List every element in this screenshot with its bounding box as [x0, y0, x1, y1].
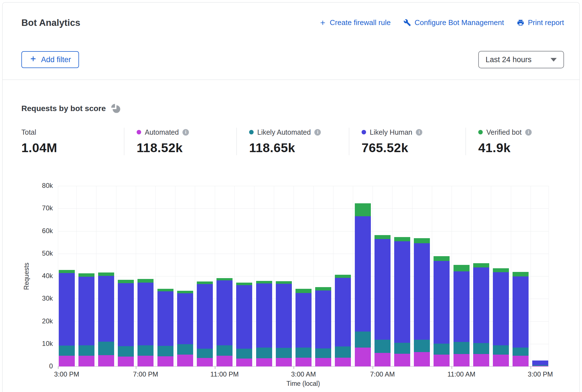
bar-segment-verified-bot — [236, 283, 252, 285]
bar-segment-automated — [434, 355, 450, 367]
bar-3-00-pm[interactable] — [532, 361, 548, 366]
bar-segment-likely-human — [434, 261, 450, 344]
info-icon[interactable]: i — [182, 129, 189, 136]
bar-segment-likely-automated — [493, 345, 509, 355]
bar-segment-likely-human — [375, 239, 391, 340]
print-report-link[interactable]: Print report — [517, 18, 564, 27]
bar-segment-likely-automated — [197, 349, 213, 358]
create-firewall-rule-link[interactable]: Create firewall rule — [319, 18, 391, 27]
gridline-vertical — [452, 186, 452, 366]
bar-1-00-pm[interactable] — [493, 268, 509, 366]
bar-11-00-pm[interactable] — [216, 278, 233, 366]
bar-2-00-pm[interactable] — [513, 272, 529, 366]
bar-segment-automated — [59, 356, 75, 366]
configure-bot-management-label: Configure Bot Management — [414, 18, 504, 27]
bar-9-00-pm[interactable] — [177, 291, 193, 366]
stat-label: Automated — [145, 128, 179, 136]
y-tick-label: 60k — [16, 227, 53, 235]
stat-likely-human: Likely Humani765.52k — [349, 128, 466, 155]
stat-value: 118.65k — [249, 141, 346, 155]
bar-segment-likely-human — [394, 241, 410, 343]
bar-segment-verified-bot — [414, 238, 430, 243]
bar-2-00-am[interactable] — [276, 281, 292, 366]
bar-3-00-pm[interactable] — [59, 270, 75, 366]
gridline-vertical — [531, 186, 531, 366]
gridline-vertical — [491, 186, 491, 366]
time-range-select[interactable]: Last 24 hours — [478, 51, 564, 68]
gridline-horizontal — [58, 208, 549, 209]
bar-segment-likely-automated — [216, 345, 233, 356]
stat-label-row: Likely Humani — [362, 128, 463, 137]
gridline-vertical — [175, 186, 175, 366]
bar-segment-likely-human — [256, 283, 272, 348]
section-title: Requests by bot score — [21, 104, 106, 113]
bar-segment-likely-automated — [256, 348, 272, 358]
bar-segment-likely-human — [137, 283, 154, 346]
stat-label: Likely Human — [370, 128, 412, 136]
add-filter-button[interactable]: Add filter — [21, 51, 79, 68]
bar-segment-automated — [454, 354, 470, 366]
x-tick-label: 7:00 PM — [133, 370, 158, 378]
gridline-vertical — [274, 186, 274, 366]
bar-segment-likely-automated — [157, 346, 173, 356]
stat-total: Total1.04M — [21, 128, 124, 155]
info-icon[interactable]: i — [314, 129, 321, 136]
configure-bot-management-link[interactable]: Configure Bot Management — [403, 18, 504, 27]
create-firewall-rule-label: Create firewall rule — [330, 18, 391, 27]
bar-segment-likely-automated — [473, 343, 489, 354]
gridline-vertical — [195, 186, 195, 366]
bar-segment-likely-human — [513, 276, 529, 348]
bar-segment-automated — [98, 355, 114, 366]
bar-segment-automated — [394, 354, 410, 366]
bar-segment-likely-human — [315, 290, 331, 348]
gridline-vertical — [136, 186, 136, 366]
gridline-vertical — [392, 186, 392, 366]
stat-label: Likely Automated — [257, 128, 311, 136]
stat-label: Verified bot — [486, 128, 522, 136]
bar-segment-automated — [473, 354, 489, 366]
bar-10-00-pm[interactable] — [197, 281, 213, 366]
bar-4-00-pm[interactable] — [78, 273, 94, 366]
bar-segment-likely-automated — [59, 346, 75, 356]
bar-segment-verified-bot — [315, 287, 331, 290]
bar-11-00-am[interactable] — [454, 265, 470, 366]
verified-bot-legend-dot — [478, 130, 483, 134]
info-icon[interactable]: i — [416, 129, 422, 136]
bar-9-00-am[interactable] — [414, 238, 430, 366]
bar-10-00-am[interactable] — [434, 256, 450, 366]
bar-segment-verified-bot — [434, 256, 450, 261]
y-axis-title: Requests — [23, 234, 30, 319]
bar-segment-automated — [335, 358, 351, 366]
bar-segment-likely-automated — [177, 344, 193, 355]
bar-7-00-pm[interactable] — [137, 279, 154, 366]
gridline-vertical — [313, 186, 314, 366]
bar-5-00-pm[interactable] — [98, 272, 114, 366]
bar-6-00-pm[interactable] — [118, 280, 134, 366]
bar-8-00-am[interactable] — [394, 237, 410, 366]
stat-value: 1.04M — [21, 141, 121, 155]
bar-4-00-am[interactable] — [315, 287, 331, 366]
bar-5-00-am[interactable] — [335, 275, 351, 366]
x-tick-mark — [58, 366, 58, 369]
stat-verified-bot: Verified boti41.9k — [466, 128, 534, 155]
bar-6-00-am[interactable] — [355, 203, 371, 366]
bar-12-00-am[interactable] — [236, 283, 252, 366]
info-icon[interactable]: i — [525, 129, 532, 136]
bar-3-00-am[interactable] — [295, 289, 312, 366]
bar-segment-likely-automated — [98, 342, 114, 355]
bar-segment-automated — [375, 353, 391, 366]
bar-segment-likely-automated — [335, 346, 351, 358]
bar-12-00-pm[interactable] — [473, 263, 489, 366]
gridline-vertical — [58, 186, 58, 366]
bar-segment-likely-human — [473, 267, 489, 343]
bar-7-00-am[interactable] — [375, 235, 391, 366]
gridline-vertical — [373, 186, 373, 366]
card-body: Requests by bot score Total1.04MAutomate… — [3, 80, 579, 155]
bar-segment-verified-bot — [59, 270, 75, 273]
bar-segment-likely-human — [216, 280, 233, 345]
stat-label-row: Automatedi — [137, 128, 234, 137]
bar-8-00-pm[interactable] — [157, 289, 173, 366]
bar-segment-verified-bot — [137, 279, 154, 283]
pie-chart-icon — [111, 103, 121, 114]
bar-1-00-am[interactable] — [256, 281, 272, 366]
